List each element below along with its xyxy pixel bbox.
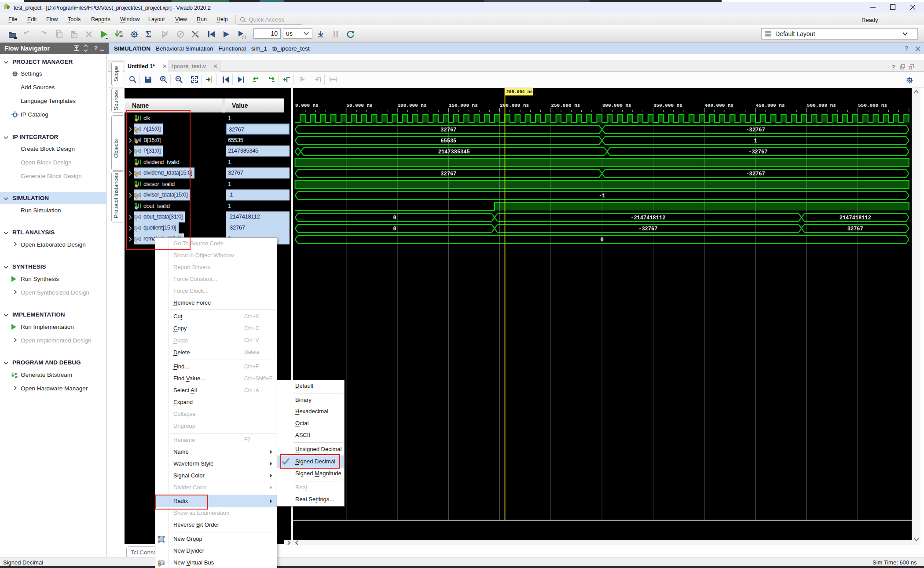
svg-text:1: 1	[754, 138, 757, 144]
svg-text:2147418112: 2147418112	[840, 215, 871, 221]
svg-text:0: 0	[601, 237, 604, 243]
svg-text:550.000 ns: 550.000 ns	[858, 103, 887, 108]
svg-text:10: 10	[15, 375, 17, 378]
svg-text:205.004 ns: 205.004 ns	[506, 90, 533, 95]
svg-text:10: 10	[119, 34, 123, 37]
svg-text:0: 0	[393, 215, 396, 221]
svg-text:?: ?	[891, 64, 895, 70]
svg-text:50.000 ns: 50.000 ns	[346, 103, 372, 108]
svg-text:32767: 32767	[440, 171, 456, 177]
svg-text:01: 01	[119, 31, 123, 34]
svg-text:-32767: -32767	[638, 226, 657, 232]
svg-text:150.000 ns: 150.000 ns	[449, 103, 478, 108]
svg-text:-1: -1	[599, 193, 605, 199]
svg-text:350.000 ns: 350.000 ns	[653, 103, 682, 108]
svg-text:-2147418112: -2147418112	[631, 215, 665, 221]
svg-text:65535: 65535	[440, 138, 456, 144]
svg-text:200.000 ns: 200.000 ns	[500, 103, 529, 108]
svg-text:2147385345: 2147385345	[438, 149, 470, 155]
svg-text:450.000 ns: 450.000 ns	[756, 103, 785, 108]
svg-text:32767: 32767	[440, 127, 456, 133]
svg-text:?: ?	[905, 45, 909, 52]
svg-text:-32767: -32767	[746, 127, 765, 133]
svg-text:300.000 ns: 300.000 ns	[602, 103, 631, 108]
svg-text:-32767: -32767	[748, 149, 767, 155]
svg-text:0.000 ns: 0.000 ns	[295, 103, 319, 108]
svg-text:Σ: Σ	[146, 29, 151, 39]
svg-text:32767: 32767	[847, 226, 863, 232]
svg-text:01: 01	[15, 373, 18, 375]
svg-text:400.000 ns: 400.000 ns	[704, 103, 733, 108]
svg-text:500.000 ns: 500.000 ns	[807, 103, 836, 108]
svg-text:(T): (T)	[242, 35, 246, 39]
svg-text:100.000 ns: 100.000 ns	[398, 103, 427, 108]
svg-text:-32767: -32767	[746, 171, 765, 177]
svg-text:0: 0	[393, 226, 396, 232]
svg-text:250.000 ns: 250.000 ns	[551, 103, 580, 108]
svg-text:?: ?	[94, 45, 98, 51]
